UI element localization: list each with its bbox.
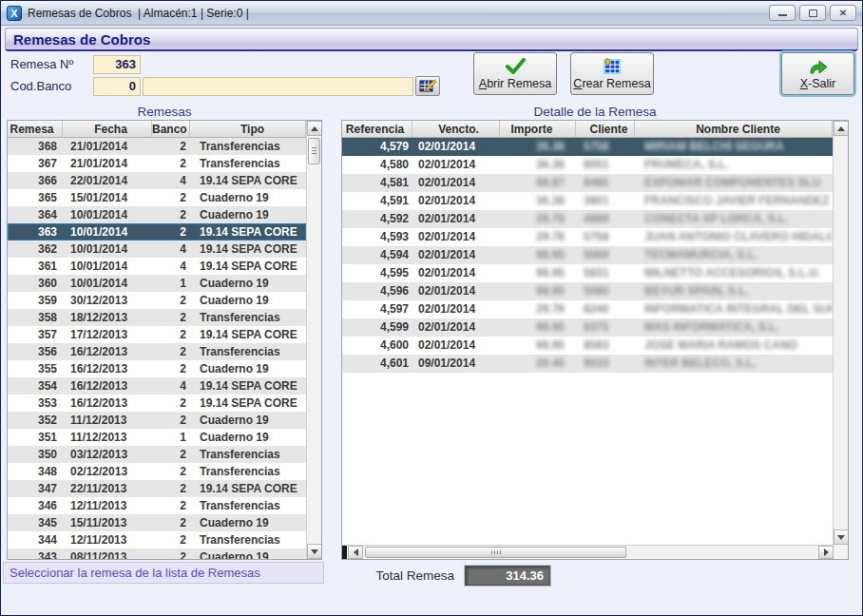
scroll-thumb[interactable]: [308, 138, 320, 164]
cell: 02/01/2014: [412, 264, 500, 282]
detalle-row[interactable]: 4,59402/01/201498.955069TECMAMURCIA, S.L…: [342, 246, 833, 264]
detalle-row[interactable]: 4,60002/01/201498.958593JOSE MARIA RAMOS…: [342, 337, 833, 355]
column-header: Cliente: [576, 121, 635, 137]
remesas-row[interactable]: 34308/11/20132Cuaderno 19: [8, 549, 306, 560]
remesas-row[interactable]: 35316/12/2013219.14 SEPA CORE: [8, 395, 306, 412]
detalle-row[interactable]: 4,59502/01/201498.955831MILNETTO ACCESOR…: [342, 264, 833, 282]
cell: 344: [8, 531, 63, 549]
remesas-vscrollbar[interactable]: [306, 121, 321, 559]
cell: 4,592: [342, 210, 412, 228]
column-header: Banco: [152, 121, 190, 137]
detalle-row[interactable]: 4,59202/01/201429.784889CONECTA XP LORCA…: [342, 210, 833, 228]
scroll-thumb[interactable]: [365, 547, 626, 558]
total-remesa-value: 314.36: [465, 566, 550, 586]
remesas-row[interactable]: 34412/11/20132Transferencias: [8, 531, 306, 549]
scroll-up-button[interactable]: [307, 121, 322, 136]
cell: Transferencias: [190, 531, 306, 549]
cell: Cuaderno 19: [190, 292, 306, 309]
cell: Transferencias: [190, 463, 306, 480]
detalle-hscrollbar[interactable]: [342, 545, 834, 559]
cell: Cuaderno 19: [190, 360, 306, 377]
cell: 02/01/2014: [412, 246, 500, 264]
cell: 4,594: [342, 246, 412, 264]
remesas-row[interactable]: 35211/12/20132Cuaderno 19: [8, 412, 306, 429]
remesas-row[interactable]: 35616/12/20132Transferencias: [8, 343, 306, 360]
total-remesa-label: Total Remesa: [359, 568, 454, 583]
detalle-row[interactable]: 4,57902/01/201436.385758MIRIAM BELCHI SE…: [342, 138, 833, 156]
cell: 30/12/2013: [63, 292, 152, 309]
detalle-row[interactable]: 4,59102/01/201436.383801FRANCISCO JAVIER…: [342, 192, 833, 210]
scroll-right-button[interactable]: [818, 546, 834, 559]
remesas-row[interactable]: 34802/12/20132Transferencias: [8, 463, 306, 480]
remesas-row[interactable]: 35717/12/2013219.14 SEPA CORE: [8, 326, 306, 343]
detalle-row[interactable]: 4,59902/01/201498.958375MAS INFORMATICA,…: [342, 318, 833, 337]
scroll-down-button[interactable]: [307, 544, 322, 559]
detalle-row[interactable]: 4,59602/01/201498.955080BEYUR SPAIN, S.L…: [342, 282, 833, 300]
crear-remesa-button[interactable]: Crear Remesa: [570, 52, 654, 95]
cell: 3801: [576, 192, 635, 210]
cell: 19.14 SEPA CORE: [190, 395, 306, 412]
cell: 36.38: [500, 156, 576, 174]
cell: 366: [8, 172, 63, 189]
remesas-row[interactable]: 36410/01/20142Cuaderno 19: [8, 206, 306, 223]
minimize-button[interactable]: [769, 5, 796, 21]
scroll-down-button[interactable]: [834, 529, 849, 545]
remesas-row[interactable]: 35111/12/20131Cuaderno 19: [8, 429, 306, 446]
remesas-row[interactable]: 35930/12/20132Cuaderno 19: [8, 292, 306, 309]
remesas-row[interactable]: 35818/12/20132Transferencias: [8, 309, 306, 326]
cell: 355: [8, 360, 63, 377]
remesas-row[interactable]: 36110/01/2014419.14 SEPA CORE: [8, 258, 306, 275]
detalle-row[interactable]: 4,58002/01/201436.388051FRUMECA, S.L.: [342, 156, 833, 174]
cell: 19.14 SEPA CORE: [190, 326, 306, 343]
scroll-down-icon: [837, 535, 845, 540]
remesas-row[interactable]: 36515/01/20142Cuaderno 19: [8, 189, 306, 206]
cell: MAS INFORMATICA, S.L.: [635, 318, 833, 337]
detalle-row[interactable]: 4,58102/01/201498.878485EXPOMAR COMPONEN…: [342, 174, 833, 192]
detalle-vscrollbar[interactable]: [833, 121, 848, 559]
edit-banco-button[interactable]: [415, 76, 440, 96]
remesas-row[interactable]: 36010/01/20141Cuaderno 19: [8, 275, 306, 292]
cell: 02/01/2014: [412, 192, 500, 210]
cell: 10/01/2014: [63, 241, 152, 258]
cell: 356: [8, 343, 63, 360]
remesas-row[interactable]: 36310/01/2014219.14 SEPA CORE: [8, 223, 306, 241]
remesas-row[interactable]: 36210/01/2014419.14 SEPA CORE: [8, 241, 306, 258]
salir-button[interactable]: X-Salir: [781, 52, 854, 95]
cell: 02/01/2014: [412, 228, 500, 246]
detalle-row[interactable]: 4,60109/01/201429.409033INTER BELECO, S.…: [342, 355, 833, 373]
cell: 2: [152, 138, 190, 155]
detalle-row[interactable]: 4,59302/01/201429.785758JUAN ANTONIO CLA…: [342, 228, 833, 246]
remesa-input[interactable]: 363: [93, 55, 141, 74]
detalle-row[interactable]: 4,59702/01/201429.788240INFORMATICA INTE…: [342, 300, 833, 318]
column-header: Referencia: [342, 121, 412, 137]
cell: 16/12/2013: [63, 360, 152, 377]
cell: 16/12/2013: [63, 377, 152, 395]
close-button[interactable]: ✕: [830, 5, 856, 21]
remesas-row[interactable]: 34515/11/20132Cuaderno 19: [8, 514, 306, 531]
remesas-row[interactable]: 34722/11/2013219.14 SEPA CORE: [8, 480, 306, 497]
abrir-remesa-button[interactable]: Abrir Remesa: [473, 52, 557, 95]
banco-name-input[interactable]: [143, 77, 413, 96]
remesas-row[interactable]: 35416/12/2013419.14 SEPA CORE: [8, 377, 306, 395]
remesas-row[interactable]: 36821/01/20142Transferencias: [8, 138, 306, 155]
cell: 02/01/2014: [412, 156, 500, 174]
remesas-table-body: 36821/01/20142Transferencias36721/01/201…: [8, 138, 306, 560]
remesas-row[interactable]: 35516/12/20132Cuaderno 19: [8, 360, 306, 377]
cell: 350: [8, 446, 63, 463]
splitter-handle[interactable]: [342, 546, 347, 560]
cell: 4,597: [342, 300, 412, 318]
maximize-button[interactable]: [799, 5, 826, 21]
cell: 4: [152, 172, 190, 189]
scroll-left-button[interactable]: [348, 546, 363, 559]
cell: 352: [8, 412, 63, 429]
cell: 368: [8, 138, 63, 155]
remesas-row[interactable]: 36721/01/20142Transferencias: [8, 155, 306, 172]
scroll-up-button[interactable]: [834, 121, 849, 136]
remesas-row[interactable]: 36622/01/2014419.14 SEPA CORE: [8, 172, 306, 189]
cell: EXPOMAR COMPONENTES SLU: [635, 174, 833, 192]
cell: 15/11/2013: [63, 514, 152, 531]
banco-code-input[interactable]: 0: [93, 77, 141, 96]
cell: 10/01/2014: [63, 206, 152, 223]
remesas-row[interactable]: 34612/11/20132Transferencias: [8, 497, 306, 514]
remesas-row[interactable]: 35003/12/20132Transferencias: [8, 446, 306, 463]
